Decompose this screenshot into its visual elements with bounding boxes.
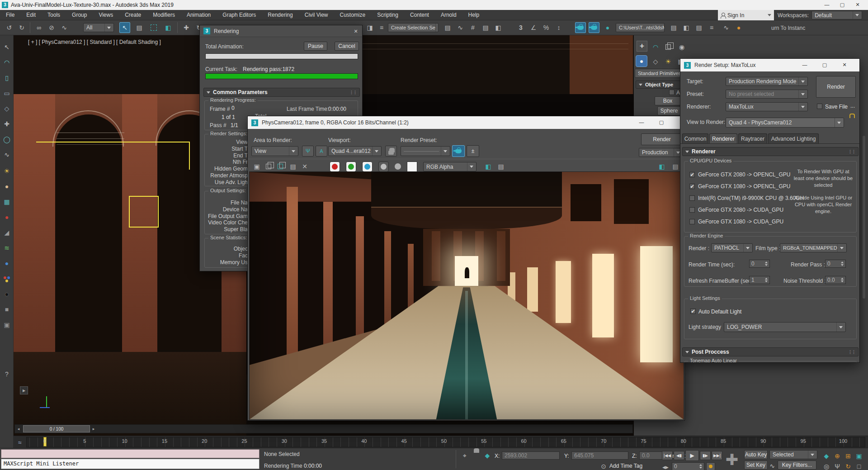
toolbar-icon-b[interactable] [681, 22, 692, 33]
gpu-device-row[interactable]: GeForce GTX 1080 -> CUDA_GPU [689, 218, 783, 225]
next-key-icon[interactable] [700, 451, 711, 460]
monochrome-channel-icon[interactable] [395, 163, 401, 170]
material-editor-icon[interactable] [602, 22, 613, 33]
transform-tool-icon[interactable] [1, 119, 12, 129]
color-correction-icon[interactable] [495, 161, 506, 172]
primitive-category-dropdown[interactable]: Standard Primitives [635, 69, 681, 78]
auto-region-icon[interactable]: A [316, 146, 327, 157]
previous-key-icon[interactable] [674, 451, 684, 460]
panel-scrollbar[interactable] [863, 136, 865, 299]
device-checkbox[interactable]: ✔ [689, 172, 695, 177]
zoom-icon[interactable] [832, 451, 843, 461]
menu-item[interactable]: Graph Editors [217, 10, 262, 20]
mirror-icon[interactable] [364, 22, 375, 33]
post-process-rollout[interactable]: Post Proccess ⋮⋮ [682, 347, 859, 356]
bend-modifier-icon[interactable] [1, 149, 12, 160]
lock-viewport-icon[interactable] [385, 146, 397, 157]
spinner-snap-icon[interactable] [553, 22, 564, 33]
render-setup-titlebar[interactable]: 3 Render Setup: MaxToLux — ▢ ✕ [680, 59, 859, 71]
red-channel-icon[interactable] [330, 161, 340, 172]
scene-explorer-icon[interactable] [480, 22, 491, 33]
bind-to-space-warp-icon[interactable] [59, 22, 70, 33]
schematic-view-icon[interactable] [467, 22, 478, 33]
cancel-button[interactable]: Cancel [335, 42, 359, 51]
arc-tool-icon[interactable]: ◠ [1, 57, 12, 68]
hammer-tool-icon[interactable]: ◢ [1, 227, 12, 238]
toolbar-icon-c[interactable] [693, 22, 704, 33]
clone-window-icon[interactable] [275, 161, 286, 172]
gpu-device-row[interactable]: GeForce GTX 2080 -> CUDA_GPU [689, 207, 783, 213]
x-coordinate-field[interactable]: 2593.002 [502, 451, 560, 460]
viewport-label[interactable]: [ + ] [ PhysCamera012 ] [ Standard ] [ D… [28, 39, 161, 45]
background-color-swatch[interactable] [407, 161, 417, 172]
unlink-selection-icon[interactable] [46, 22, 57, 33]
menu-item[interactable]: Help [462, 10, 486, 20]
channel-display-dropdown[interactable]: RGB Alpha [423, 162, 476, 171]
category-geometry-icon[interactable]: ● [636, 55, 647, 67]
menu-item[interactable]: Create [119, 10, 147, 20]
rendered-frame-window-icon[interactable] [589, 22, 599, 33]
close-icon[interactable]: ✕ [837, 60, 852, 70]
menu-item[interactable]: Tools [42, 10, 66, 20]
area-to-render-dropdown[interactable]: View [251, 146, 298, 156]
time-slider-handle[interactable]: 0 / 100 [23, 425, 90, 432]
next-frame-icon[interactable]: ▸ [91, 425, 96, 432]
toolbar-icon-f[interactable] [733, 22, 744, 33]
menu-item[interactable]: Rendering [262, 10, 298, 20]
device-checkbox[interactable] [689, 219, 695, 224]
device-checkbox[interactable] [689, 207, 695, 213]
menu-item[interactable]: Customize [334, 10, 372, 20]
maximize-icon[interactable]: ▢ [654, 118, 669, 128]
layer-overlay-icon[interactable] [483, 161, 494, 172]
toolbar-icon-a[interactable] [668, 22, 679, 33]
rectangular-selection-region-icon[interactable] [148, 22, 159, 33]
cylinder-tool-icon[interactable]: ▯ [1, 72, 12, 83]
menu-item[interactable]: Content [404, 10, 435, 20]
orbit-icon[interactable] [843, 461, 854, 470]
auto-default-light-checkbox[interactable]: ✔ [690, 309, 696, 314]
save-file-browse-button[interactable]: ... [850, 103, 855, 109]
view-to-render-dropdown[interactable]: Quad 4 - PhysCamera012 [726, 118, 844, 128]
key-filters-button[interactable]: Key Filters... [778, 461, 816, 470]
sphere-tool-icon[interactable]: ◯ [1, 134, 12, 145]
close-icon[interactable]: ✕ [850, 0, 865, 10]
key-mode-toggle-icon[interactable] [706, 462, 715, 470]
sphere-button[interactable]: Sphere [657, 106, 681, 115]
menu-item[interactable]: Views [93, 10, 119, 20]
menu-item[interactable]: Animation [181, 10, 217, 20]
render-setup-teapot-icon[interactable] [575, 22, 586, 33]
minimize-icon[interactable]: — [819, 0, 835, 10]
sun-light-icon[interactable]: ☀ [1, 166, 12, 176]
image-info-icon[interactable] [670, 161, 681, 172]
z-coordinate-field[interactable]: 0.0 [639, 451, 664, 460]
cube-utility-icon[interactable]: ■ [1, 304, 12, 315]
project-folder-dropdown[interactable]: C:\Users\T...nts\3dsMax [616, 23, 665, 32]
angle-snap-icon[interactable] [528, 22, 539, 33]
gpu-device-row[interactable]: ✔ GeForce GTX 2080 -> OPENCL_GPU [689, 171, 790, 178]
select-and-link-icon[interactable] [33, 22, 44, 33]
render-engine-dropdown[interactable]: PATHOCL [711, 243, 753, 252]
menu-item[interactable]: Arnold [435, 10, 462, 20]
minimize-icon[interactable]: — [634, 118, 649, 128]
curve-editor-icon[interactable] [455, 22, 466, 33]
menu-item[interactable]: File [0, 10, 20, 20]
close-icon[interactable]: ✕ [350, 27, 361, 36]
window-crossing-icon[interactable] [163, 22, 174, 33]
toolbar-icon-d[interactable] [706, 22, 717, 33]
y-coordinate-field[interactable]: 645.075 [571, 451, 628, 460]
workspaces-dropdown[interactable]: Default [811, 11, 862, 19]
target-dropdown[interactable]: Production Rendering Mode [726, 77, 808, 86]
gpu-device-row[interactable]: Intel(R) Core(TM) i9-9900K CPU @ 3.60GH [689, 195, 804, 201]
maxscript-mini-listener[interactable]: MAXScript Mini Listener [1, 459, 259, 469]
common-parameters-rollout[interactable]: Common Parameters ⋮⋮ [203, 88, 360, 97]
menu-item[interactable]: Edit [20, 10, 42, 20]
box-tool-icon[interactable]: ▭ [1, 88, 12, 99]
box-button[interactable]: Box [655, 96, 681, 105]
select-tool-icon[interactable] [1, 42, 12, 52]
pause-button[interactable]: Pause [304, 42, 327, 51]
renderer-dropdown[interactable]: MaxToLux [726, 102, 808, 111]
green-channel-icon[interactable] [346, 161, 356, 172]
category-shapes-icon[interactable]: ◇ [650, 56, 661, 67]
play-icon[interactable] [685, 450, 699, 461]
select-by-name-icon[interactable] [134, 22, 145, 33]
